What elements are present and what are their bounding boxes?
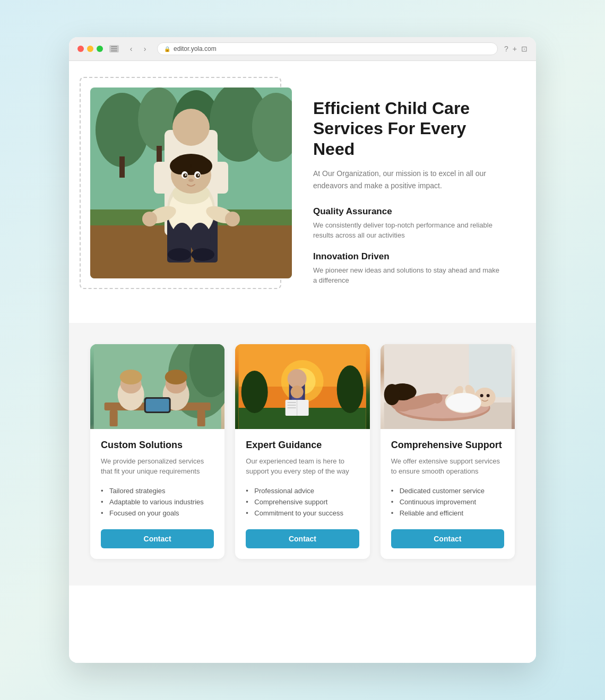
- traffic-light-red[interactable]: [77, 46, 84, 52]
- hero-description: At Our Organization, our mission is to e…: [313, 168, 504, 191]
- svg-rect-12: [154, 162, 172, 194]
- list-item: Professional advice: [246, 485, 359, 496]
- forward-button[interactable]: ›: [139, 43, 151, 55]
- card-body-custom: Custom Solutions We provide personalized…: [90, 429, 224, 559]
- lock-icon: 🔒: [164, 46, 170, 52]
- svg-point-57: [241, 371, 268, 413]
- browser-window: ‹ › 🔒 editor.yola.com ? + ⊡: [69, 37, 536, 663]
- svg-point-60: [288, 369, 307, 388]
- browser-actions: ? + ⊡: [504, 45, 528, 53]
- traffic-lights: [77, 46, 103, 52]
- svg-rect-13: [210, 162, 228, 194]
- browser-chrome: ‹ › 🔒 editor.yola.com ? + ⊡: [69, 37, 536, 61]
- feature-quality-title: Quality Assurance: [313, 206, 504, 217]
- svg-point-22: [191, 158, 212, 174]
- card-list-custom: Tailored strategies Adaptable to various…: [101, 485, 214, 519]
- list-item: Adaptable to various industries: [101, 496, 214, 508]
- list-item: Continuous improvement: [391, 496, 504, 508]
- list-item: Commitment to your success: [246, 508, 359, 519]
- svg-point-36: [168, 248, 191, 261]
- feature-innovation-desc: We pioneer new ideas and solutions to st…: [313, 265, 504, 286]
- traffic-light-yellow[interactable]: [87, 46, 93, 52]
- svg-point-32: [142, 212, 157, 226]
- card-list-support: Dedicated customer service Continuous im…: [391, 485, 504, 519]
- card-desc-custom: We provide personalized services that fi…: [101, 456, 214, 477]
- svg-rect-51: [146, 399, 169, 412]
- tab-icon: [109, 45, 119, 52]
- hero-image: [90, 88, 292, 278]
- svg-point-27: [185, 174, 187, 176]
- extensions-icon[interactable]: ⊡: [521, 45, 528, 53]
- svg-point-28: [198, 174, 200, 176]
- card-custom-solutions: Custom Solutions We provide personalized…: [90, 344, 224, 559]
- contact-button-support[interactable]: Contact: [391, 529, 504, 548]
- address-bar[interactable]: 🔒 editor.yola.com: [157, 42, 498, 55]
- hero-text: Efficient Child Care Services For Every …: [313, 88, 504, 296]
- list-item: Focused on your goals: [101, 508, 214, 519]
- nav-buttons: ‹ ›: [125, 43, 151, 55]
- svg-point-49: [165, 370, 187, 384]
- back-button[interactable]: ‹: [125, 43, 137, 55]
- svg-rect-42: [110, 410, 118, 426]
- card-title-support: Comprehensive Support: [391, 440, 504, 451]
- card-list-expert: Professional advice Comprehensive suppor…: [246, 485, 359, 519]
- card-desc-support: We offer extensive support services to e…: [391, 456, 504, 477]
- svg-rect-6: [119, 156, 125, 178]
- url-text: editor.yola.com: [174, 45, 217, 52]
- svg-point-21: [170, 158, 191, 174]
- card-image-reading: [235, 344, 369, 429]
- page-content: Efficient Child Care Services For Every …: [69, 61, 536, 663]
- svg-point-62: [291, 386, 304, 398]
- card-image-mother: [381, 344, 515, 429]
- question-icon[interactable]: ?: [504, 45, 508, 53]
- card-expert-guidance: Expert Guidance Our experienced team is …: [235, 344, 369, 559]
- hero-image-container: [90, 88, 292, 278]
- list-item: Comprehensive support: [246, 496, 359, 508]
- card-title-custom: Custom Solutions: [101, 440, 214, 451]
- feature-quality-desc: We consistently deliver top-notch perfor…: [313, 220, 504, 241]
- svg-point-75: [384, 384, 400, 405]
- list-item: Tailored strategies: [101, 485, 214, 496]
- card-desc-expert: Our experienced team is here to support …: [246, 456, 359, 477]
- card-comprehensive-support: Comprehensive Support We offer extensive…: [381, 344, 515, 559]
- list-item: Dedicated customer service: [391, 485, 504, 496]
- svg-point-82: [446, 393, 481, 412]
- svg-point-78: [480, 394, 483, 397]
- list-item: Reliable and efficient: [391, 508, 504, 519]
- svg-point-37: [191, 248, 214, 261]
- svg-point-11: [172, 109, 210, 146]
- feature-innovation: Innovation Driven We pioneer new ideas a…: [313, 251, 504, 286]
- card-body-support: Comprehensive Support We offer extensive…: [381, 429, 515, 559]
- svg-point-33: [225, 212, 240, 226]
- svg-point-29: [188, 179, 194, 182]
- add-tab-icon[interactable]: +: [513, 45, 517, 53]
- cards-section: Custom Solutions We provide personalized…: [69, 323, 536, 585]
- card-body-expert: Expert Guidance Our experienced team is …: [235, 429, 369, 559]
- svg-rect-43: [197, 410, 205, 426]
- hero-section: Efficient Child Care Services For Every …: [69, 61, 536, 323]
- svg-point-58: [337, 365, 364, 413]
- svg-point-46: [120, 370, 142, 384]
- hero-title: Efficient Child Care Services For Every …: [313, 98, 504, 159]
- svg-point-79: [486, 394, 489, 397]
- svg-point-84: [431, 393, 442, 404]
- traffic-light-green[interactable]: [97, 46, 103, 52]
- card-title-expert: Expert Guidance: [246, 440, 359, 451]
- contact-button-custom[interactable]: Contact: [101, 529, 214, 548]
- contact-button-expert[interactable]: Contact: [246, 529, 359, 548]
- cards-grid: Custom Solutions We provide personalized…: [90, 344, 515, 559]
- feature-innovation-title: Innovation Driven: [313, 251, 504, 262]
- card-image-children: [90, 344, 224, 429]
- feature-quality: Quality Assurance We consistently delive…: [313, 206, 504, 241]
